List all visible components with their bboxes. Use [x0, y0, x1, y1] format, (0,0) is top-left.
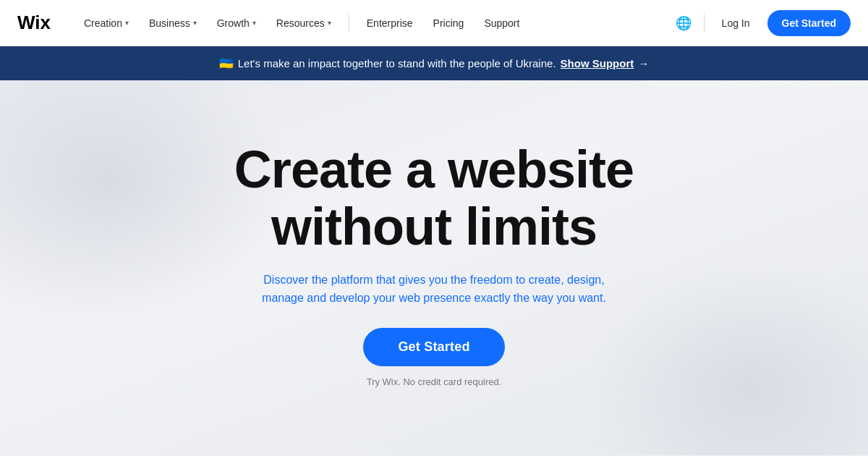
show-support-link[interactable]: Show Support	[561, 57, 634, 69]
chevron-down-icon: ▾	[125, 19, 129, 27]
chevron-down-icon: ▾	[252, 19, 256, 27]
login-button[interactable]: Log In	[713, 12, 759, 35]
chevron-down-icon: ▾	[328, 19, 331, 27]
hero-get-started-button[interactable]: Get Started	[363, 328, 504, 366]
get-started-button-nav[interactable]: Get Started	[767, 10, 851, 36]
svg-text:Wix: Wix	[17, 13, 51, 33]
arrow-icon: →	[638, 57, 649, 69]
hero-title: Create a website without limits	[234, 141, 634, 256]
hero-footnote: Try Wix. No credit card required.	[367, 376, 502, 387]
nav-item-business[interactable]: Business ▾	[140, 12, 205, 35]
navbar-right: 🌐 Log In Get Started	[672, 10, 851, 36]
nav-item-pricing[interactable]: Pricing	[425, 12, 473, 35]
nav-item-resources[interactable]: Resources ▾	[268, 12, 340, 35]
nav-item-enterprise[interactable]: Enterprise	[358, 12, 422, 35]
ukraine-banner: 🇺🇦 Let's make an impact together to stan…	[0, 46, 868, 80]
nav-menu: Creation ▾ Business ▾ Growth ▾ Resources…	[75, 12, 672, 35]
hero-subtitle: Discover the platform that gives you the…	[260, 271, 608, 308]
wix-logo[interactable]: Wix	[17, 13, 55, 33]
ukraine-flag-icon: 🇺🇦	[219, 56, 234, 70]
nav-item-support[interactable]: Support	[475, 12, 528, 35]
globe-icon: 🌐	[676, 15, 692, 31]
navbar: Wix Creation ▾ Business ▾ Growth ▾ Resou…	[0, 0, 868, 46]
hero-content: Create a website without limits Discover…	[234, 141, 634, 387]
nav-item-growth[interactable]: Growth ▾	[208, 12, 265, 35]
banner-message: Let's make an impact together to stand w…	[238, 57, 556, 69]
nav-separator	[349, 14, 349, 32]
navbar-divider	[704, 14, 705, 32]
chevron-down-icon: ▾	[193, 19, 197, 27]
language-selector-button[interactable]: 🌐	[672, 12, 695, 35]
nav-item-creation[interactable]: Creation ▾	[75, 12, 137, 35]
hero-section: Create a website without limits Discover…	[0, 80, 868, 455]
